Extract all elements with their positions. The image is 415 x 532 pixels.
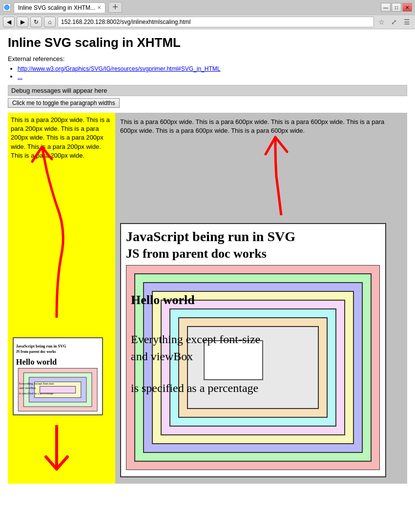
- address-bar[interactable]: [58, 17, 374, 27]
- tab-close-btn[interactable]: ✕: [97, 5, 101, 10]
- svg-line1: JavaScript being run in SVG: [126, 229, 380, 245]
- maximize-btn[interactable]: □: [392, 3, 401, 12]
- new-tab-btn[interactable]: [108, 2, 122, 13]
- nested-rects-svg: Hello world Everything except font-size …: [126, 265, 380, 470]
- page-title: Inline SVG scaling in XHTML: [8, 35, 407, 50]
- refresh-btn[interactable]: ↻: [30, 17, 42, 27]
- zoom-btn[interactable]: ⤢: [389, 17, 399, 27]
- home-btn[interactable]: ⌂: [44, 17, 56, 27]
- nav-bar: ◀ ▶ ↻ ⌂ ☆ ⤢ ☰: [0, 15, 415, 29]
- svg-text:and viewBox: and viewBox: [19, 386, 36, 389]
- active-tab[interactable]: Inline SVG scaling in XHTM... ✕: [14, 2, 105, 13]
- left-column: This is a para 200px wide. This is a par…: [8, 113, 115, 484]
- ref-link-2[interactable]: ...: [18, 73, 22, 80]
- close-btn[interactable]: ✕: [402, 3, 412, 12]
- arrow-down: [37, 425, 76, 479]
- svg-text:Everything except font-size: Everything except font-size: [19, 382, 54, 385]
- window-controls: — □ ✕: [381, 3, 412, 12]
- svg-text:is specified as a percentage: is specified as a percentage: [131, 382, 258, 394]
- list-item: ...: [18, 72, 407, 80]
- arrow-left-up: [18, 132, 81, 318]
- minimize-btn[interactable]: —: [381, 3, 391, 12]
- page-content: Inline SVG scaling in XHTML External ref…: [0, 29, 415, 532]
- svg-text:JavaScript being run in SVG: JavaScript being run in SVG: [16, 344, 67, 348]
- nav-right-icons: ☆ ⤢ ☰: [376, 17, 412, 27]
- svg-text:is specified as a percentage: is specified as a percentage: [19, 391, 54, 395]
- svg-point-0: [4, 5, 9, 10]
- bookmark-btn[interactable]: ☆: [376, 17, 387, 27]
- tab-label: Inline SVG scaling in XHTM...: [18, 4, 95, 11]
- ref-link-1[interactable]: http://www.w3.org/Graphics/SVG/IG/resour…: [18, 65, 220, 72]
- columns-container: This is a para 200px wide. This is a par…: [8, 113, 407, 484]
- svg-thumbnail: JavaScript being run in SVG JS from pare…: [13, 337, 103, 415]
- forward-btn[interactable]: ▶: [17, 17, 28, 27]
- toggle-button[interactable]: Click me to toggle the paragraph widths: [8, 98, 120, 108]
- list-item: http://www.w3.org/Graphics/SVG/IG/resour…: [18, 64, 407, 72]
- browser-icon: [3, 3, 11, 11]
- svg-text:and viewBox: and viewBox: [131, 350, 193, 363]
- svg-rect-22: [204, 341, 263, 380]
- menu-btn[interactable]: ☰: [401, 17, 412, 27]
- svg-text:Hello world: Hello world: [16, 357, 57, 367]
- right-column: This is a para 600px wide. This is a par…: [115, 113, 407, 484]
- debug-bar: Debug messages will appear here: [8, 85, 407, 96]
- svg-text:Hello world: Hello world: [131, 293, 195, 307]
- external-refs-label: External references:: [8, 55, 407, 62]
- back-btn[interactable]: ◀: [3, 17, 15, 27]
- arrow-right-up: [252, 127, 301, 215]
- refs-list: http://www.w3.org/Graphics/SVG/IG/resour…: [18, 64, 407, 80]
- browser-window: Inline SVG scaling in XHTM... ✕ — □ ✕ ◀ …: [0, 0, 415, 532]
- svg-content-box: JavaScript being run in SVG JS from pare…: [120, 223, 386, 477]
- svg-text:JS from parent doc works: JS from parent doc works: [16, 349, 56, 354]
- title-bar: Inline SVG scaling in XHTM... ✕ — □ ✕: [0, 0, 415, 15]
- svg-line2: JS from parent doc works: [126, 246, 380, 261]
- svg-text:Everything except font-size: Everything except font-size: [131, 333, 260, 346]
